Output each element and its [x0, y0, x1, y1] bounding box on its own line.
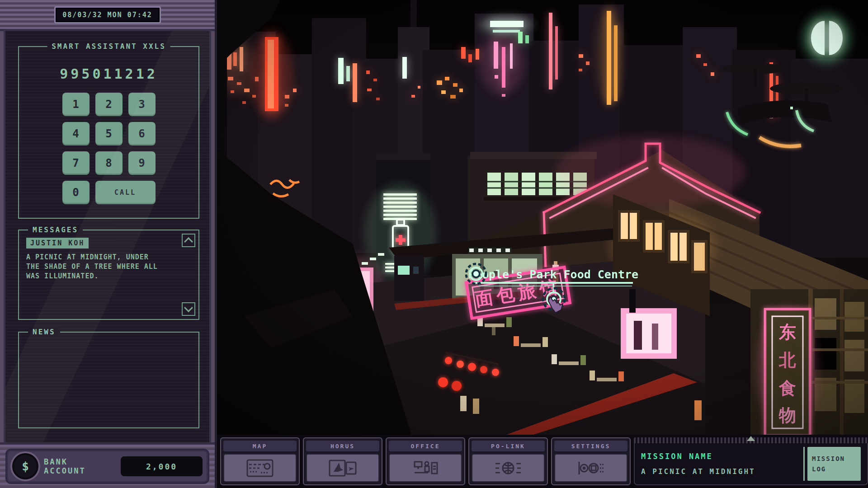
- location-label-text[interactable]: People's Park Food Centre: [468, 268, 638, 281]
- key-4[interactable]: 4: [62, 122, 90, 145]
- city-view: 面包旅馆 东 北 食 物: [217, 0, 868, 435]
- tab-map[interactable]: MAP: [220, 437, 300, 485]
- datetime-text: 08/03/32 MON 07:42: [62, 11, 152, 19]
- device-screen: SMART ASSISTANT XXLS 995011212 1 2 3 4 5…: [4, 29, 211, 445]
- call-button[interactable]: CALL: [95, 181, 156, 204]
- horus-bird-icon: [328, 458, 357, 478]
- message-sender[interactable]: JUSTIN KOH: [26, 238, 89, 249]
- tab-office[interactable]: OFFICE: [386, 437, 465, 485]
- key-6[interactable]: 6: [128, 122, 156, 145]
- mission-panel-ribbed-edge: [634, 437, 868, 443]
- currency-symbol: $: [22, 460, 29, 473]
- panel-expand-arrow-icon[interactable]: [747, 436, 755, 441]
- chevron-up-icon: [184, 237, 193, 246]
- settings-dials-icon: [576, 458, 605, 478]
- office-desk-icon: [411, 458, 440, 478]
- chevron-down-icon: [184, 303, 193, 312]
- messages-title: MESSAGES: [28, 225, 83, 234]
- tab-horus[interactable]: HORUS: [303, 437, 382, 485]
- bank-account-bar: $ BANK ACCOUNT 2,000: [5, 449, 209, 484]
- money-coin-icon: $: [12, 453, 38, 479]
- mission-name: A PICNIC AT MIDNIGHT: [641, 467, 803, 476]
- mission-heading: MISSION NAME: [641, 452, 803, 461]
- key-3[interactable]: 3: [128, 93, 156, 116]
- phone-panel: SMART ASSISTANT XXLS 995011212 1 2 3 4 5…: [18, 46, 199, 219]
- key-8[interactable]: 8: [95, 151, 123, 175]
- bank-balance-value: 2,000: [121, 456, 203, 476]
- key-0[interactable]: 0: [62, 181, 90, 204]
- phone-keypad: 1 2 3 4 5 6 7 8 9 0 CALL: [62, 93, 156, 204]
- key-1[interactable]: 1: [62, 93, 90, 116]
- key-7[interactable]: 7: [62, 151, 90, 175]
- news-panel: NEWS: [18, 332, 199, 428]
- location-reticle[interactable]: [466, 264, 486, 284]
- city-scene-art: 面包旅馆 东 北 食 物: [217, 0, 868, 435]
- smart-assistant-device: 08/03/32 MON 07:42 SMART ASSISTANT XXLS …: [0, 0, 217, 488]
- messages-panel: MESSAGES JUSTIN KOH A PICNIC AT MIDNIGHT…: [18, 230, 199, 320]
- messages-scroll-up-button[interactable]: [182, 234, 195, 247]
- bottom-navigation: MAP HORUS OFFICE: [217, 435, 868, 488]
- device-top-bezel: 08/03/32 MON 07:42: [0, 0, 215, 31]
- mission-log-divider: [803, 447, 805, 481]
- message-body: A PICNIC AT MIDNIGHT, UNDER THE SHADE OF…: [26, 253, 165, 281]
- messages-scroll-down-button[interactable]: [182, 302, 195, 316]
- mission-log-button[interactable]: MISSION LOG: [807, 447, 861, 481]
- key-9[interactable]: 9: [128, 151, 156, 175]
- mission-panel: MISSION NAME A PICNIC AT MIDNIGHT MISSIO…: [634, 437, 868, 485]
- phone-panel-title: SMART ASSISTANT XXLS: [47, 42, 170, 51]
- po-link-globe-icon: [494, 458, 523, 478]
- device-bottom-bezel: $ BANK ACCOUNT 2,000: [0, 442, 215, 488]
- news-title: NEWS: [28, 328, 60, 336]
- tab-settings[interactable]: SETTINGS: [551, 437, 631, 485]
- datetime-display: 08/03/32 MON 07:42: [54, 6, 161, 23]
- bank-account-label: BANK ACCOUNT: [44, 457, 115, 475]
- tab-po-link[interactable]: PO-LINK: [468, 437, 548, 485]
- map-icon: [245, 458, 274, 478]
- dialed-number: 995011212: [19, 66, 198, 82]
- game-screen: 08/03/32 MON 07:42 SMART ASSISTANT XXLS …: [0, 0, 868, 488]
- key-5[interactable]: 5: [95, 122, 123, 145]
- key-2[interactable]: 2: [95, 93, 123, 116]
